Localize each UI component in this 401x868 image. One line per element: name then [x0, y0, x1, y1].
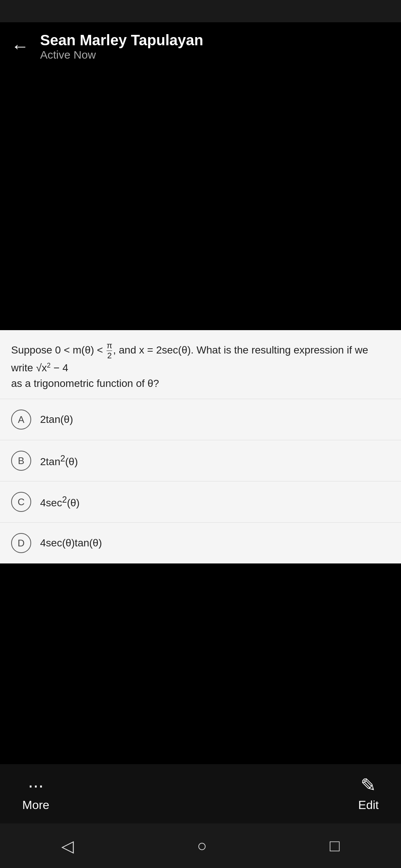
more-button[interactable]: ··· More — [22, 776, 49, 812]
option-c-circle: C — [11, 492, 31, 512]
fraction-numerator: π — [107, 341, 112, 351]
option-c[interactable]: C 4sec2(θ) — [0, 481, 401, 522]
more-label: More — [22, 798, 49, 812]
more-icon: ··· — [28, 776, 44, 795]
option-a-circle: A — [11, 410, 31, 430]
sqrt-expression: √x2 − 4 — [36, 362, 68, 374]
fraction: π2 — [107, 341, 112, 360]
nav-home-button[interactable]: ○ — [197, 836, 207, 855]
contact-name: Sean Marley Tapulayan — [40, 32, 203, 49]
bottom-toolbar: ··· More ✎ Edit — [0, 764, 401, 823]
option-b-text: 2tan2(θ) — [40, 454, 78, 468]
question-card: Suppose 0 < m(θ) < π2, and x = 2sec(θ). … — [0, 330, 401, 399]
media-area — [0, 70, 401, 330]
nav-bar: ◁ ○ □ — [0, 823, 401, 868]
option-c-text: 4sec2(θ) — [40, 495, 79, 509]
option-b[interactable]: B 2tan2(θ) — [0, 440, 401, 481]
edit-button[interactable]: ✎ Edit — [358, 776, 379, 812]
question-text: Suppose 0 < m(θ) < π2, and x = 2sec(θ). … — [11, 341, 390, 391]
edit-icon: ✎ — [361, 776, 376, 795]
option-d-circle: D — [11, 533, 31, 553]
nav-recent-button[interactable]: □ — [330, 836, 340, 855]
contact-status: Active Now — [40, 49, 203, 61]
nav-back-button[interactable]: ◁ — [61, 836, 74, 855]
option-d-text: 4sec(θ)tan(θ) — [40, 537, 102, 549]
header: ← Sean Marley Tapulayan Active Now — [0, 22, 401, 70]
option-d[interactable]: D 4sec(θ)tan(θ) — [0, 522, 401, 563]
option-a[interactable]: A 2tan(θ) — [0, 399, 401, 440]
back-button[interactable]: ← — [11, 37, 29, 55]
edit-label: Edit — [358, 798, 379, 812]
status-bar — [0, 0, 401, 22]
fraction-denominator: 2 — [107, 351, 112, 360]
options-list: A 2tan(θ) B 2tan2(θ) C 4sec2(θ) D 4sec(θ… — [0, 399, 401, 563]
question-part3: as a trigonometric function of θ? — [11, 378, 159, 389]
question-part1: Suppose 0 < m(θ) < — [11, 344, 106, 356]
option-b-circle: B — [11, 451, 31, 471]
option-a-text: 2tan(θ) — [40, 414, 73, 425]
header-info: Sean Marley Tapulayan Active Now — [40, 32, 203, 61]
